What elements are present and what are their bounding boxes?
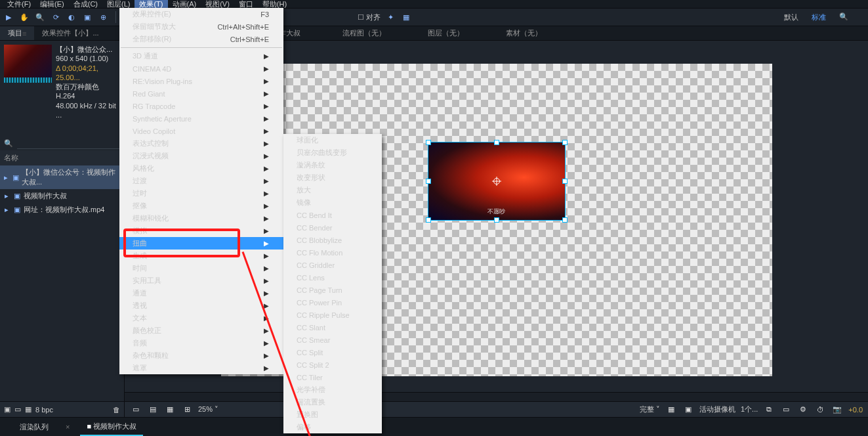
snap-checkbox[interactable]: ☐ 对齐 — [358, 12, 381, 22]
anchor-point-icon[interactable] — [492, 177, 501, 186]
menu-item[interactable]: RE:Vision Plug-ins▶ — [119, 75, 283, 87]
submenu-item[interactable]: 置换图 — [283, 408, 382, 421]
submenu-item[interactable]: CC Split 2 — [283, 359, 382, 371]
workspace-default[interactable]: 默认 — [784, 12, 798, 22]
resize-handle-l[interactable] — [426, 179, 430, 183]
search-icon[interactable]: 🔍 — [4, 139, 13, 148]
menu-item[interactable]: 全部移除(R)Ctrl+Shift+E — [119, 33, 283, 45]
submenu-item[interactable]: CC Smear — [283, 334, 382, 346]
new-folder-icon[interactable]: ▭ — [14, 405, 21, 414]
resize-handle-bl[interactable] — [426, 218, 430, 222]
resize-handle-b[interactable] — [495, 218, 499, 222]
menu-item[interactable]: 模拟▶ — [119, 225, 283, 237]
tab-effect-controls[interactable]: 效果控件【小】... — [34, 26, 106, 40]
menu-item[interactable]: 过渡▶ — [119, 175, 283, 187]
submenu-item[interactable]: 球面化 — [283, 134, 382, 146]
tab-project[interactable]: 项目 ≡ — [0, 26, 34, 40]
resize-handle-t[interactable] — [495, 141, 499, 144]
menu-item[interactable]: 过时▶ — [119, 187, 283, 200]
submenu-item[interactable]: 湍流置换 — [283, 396, 382, 408]
submenu-item[interactable]: CC Bend It — [283, 209, 382, 221]
search-help-icon[interactable]: 🔍 — [839, 12, 848, 22]
submenu-item[interactable]: 放大 — [283, 184, 382, 196]
menu-item[interactable]: CINEMA 4D▶ — [119, 62, 283, 75]
menu-item[interactable]: 通道▶ — [119, 287, 283, 299]
submenu-item[interactable]: 偏移 — [283, 421, 382, 433]
menu-item[interactable]: 沉浸式视频▶ — [119, 150, 283, 162]
tab-composition-timeline[interactable]: ■ 视频制作大叔 — [80, 418, 143, 436]
submenu-item[interactable]: CC Page Turn — [283, 284, 382, 296]
menu-item[interactable]: 文本▶ — [119, 312, 283, 324]
menu-item[interactable]: 扭曲▶ — [119, 237, 283, 250]
mask-tool-icon[interactable]: ✦ — [384, 11, 396, 23]
resize-handle-br[interactable] — [563, 218, 567, 222]
selected-video-layer[interactable]: 不愿吵 — [428, 142, 565, 220]
menu-item[interactable]: 时间▶ — [119, 262, 283, 274]
snapshot-icon[interactable]: 📷 — [831, 404, 843, 416]
close-tab-icon[interactable]: × — [66, 423, 70, 431]
transparency-toggle-icon[interactable]: ▦ — [665, 404, 677, 416]
project-item-thumbnail[interactable] — [4, 45, 52, 83]
submenu-item[interactable]: 漩涡条纹 — [283, 159, 382, 171]
menu-item[interactable]: Synthetic Aperture▶ — [119, 112, 283, 125]
menu-item[interactable]: Red Giant▶ — [119, 87, 283, 100]
rotate-tool-icon[interactable]: ◐ — [66, 11, 77, 23]
bpc-toggle[interactable]: 8 bpc — [35, 406, 53, 414]
grid-icon[interactable]: ▦ — [164, 404, 176, 416]
menu-item[interactable]: 抠像▶ — [119, 200, 283, 212]
resize-handle-tl[interactable] — [426, 141, 430, 144]
submenu-item[interactable]: CC Ripple Pulse — [283, 309, 382, 321]
selection-tool-icon[interactable]: ▶ — [3, 11, 14, 23]
viewer-tab-layer[interactable]: 图层（无） — [420, 26, 472, 40]
submenu-item[interactable]: CC Tiler — [283, 371, 382, 383]
submenu-item[interactable]: CC Split — [283, 346, 382, 359]
tree-item[interactable]: ▸▣网址：视频制作大叔.mp4 — [0, 203, 124, 217]
region-icon[interactable]: ▣ — [682, 404, 694, 416]
submenu-item[interactable]: CC Blobbylize — [283, 234, 382, 246]
submenu-item[interactable]: CC Flo Motion — [283, 246, 382, 259]
magnification-icon[interactable]: ▭ — [130, 404, 142, 416]
timecode-icon[interactable]: ⏱ — [814, 404, 826, 416]
quality-dropdown[interactable]: 完整 ˅ — [640, 404, 660, 414]
menu-item[interactable]: 颜色校正▶ — [119, 324, 283, 337]
exposure-value[interactable]: +0.0 — [848, 406, 863, 414]
hand-tool-icon[interactable]: ✋ — [18, 11, 30, 23]
resize-handle-tr[interactable] — [563, 141, 567, 144]
workspace-standard[interactable]: 标准 — [812, 12, 826, 22]
camera-tool-icon[interactable]: ▣ — [81, 11, 93, 23]
menu-item[interactable]: 遮罩▶ — [119, 362, 283, 374]
menu-item[interactable]: 风格化▶ — [119, 162, 283, 175]
roto-tool-icon[interactable]: ▦ — [400, 11, 412, 23]
pixel-aspect-icon[interactable]: ▭ — [780, 404, 792, 416]
viewer-tab-footage[interactable]: 素材（无） — [498, 26, 550, 40]
menu-item[interactable]: 效果控件(E)F3 — [119, 8, 283, 20]
tree-item[interactable]: ▸▣视频制作大叔 — [0, 189, 124, 203]
menu-item[interactable]: 生成▶ — [119, 250, 283, 262]
zoom-tool-icon[interactable]: 🔍 — [34, 11, 46, 23]
submenu-item[interactable]: CC Bender — [283, 221, 382, 234]
interpret-footage-icon[interactable]: ▣ — [4, 405, 10, 414]
viewer-tab-flowchart[interactable]: 流程图（无） — [335, 26, 394, 40]
menu-item[interactable]: 实用工具▶ — [119, 274, 283, 287]
fast-preview-icon[interactable]: ⚙ — [797, 404, 809, 416]
resolution-icon[interactable]: ▤ — [147, 404, 159, 416]
camera-dropdown[interactable]: 活动摄像机 — [699, 404, 735, 414]
share-view-icon[interactable]: ⧉ — [763, 404, 775, 416]
submenu-item[interactable]: CC Slant — [283, 321, 382, 334]
submenu-item[interactable]: 镜像 — [283, 196, 382, 209]
orbit-tool-icon[interactable]: ⟳ — [50, 11, 62, 23]
tab-render-queue[interactable]: 渲染队列 — [13, 419, 55, 435]
submenu-item[interactable]: 光学补偿 — [283, 383, 382, 396]
tree-column-name[interactable]: 名称 — [0, 150, 124, 165]
menu-composition[interactable]: 合成(C) — [69, 0, 102, 9]
menu-item[interactable]: 音频▶ — [119, 337, 283, 349]
menu-file[interactable]: 文件(F) — [3, 0, 35, 9]
menu-item[interactable]: 杂色和颗粒▶ — [119, 349, 283, 362]
menu-edit[interactable]: 编辑(E) — [35, 0, 69, 9]
submenu-item[interactable]: 改变形状 — [283, 171, 382, 184]
submenu-item[interactable]: CC Lens — [283, 271, 382, 284]
zoom-dropdown[interactable]: 25% ˅ — [198, 405, 218, 414]
delete-icon[interactable]: 🗑 — [113, 406, 120, 414]
menu-item[interactable]: 透视▶ — [119, 299, 283, 312]
tree-item[interactable]: ▸▣【小】微信公众号：视频制作大叔... — [0, 165, 124, 189]
